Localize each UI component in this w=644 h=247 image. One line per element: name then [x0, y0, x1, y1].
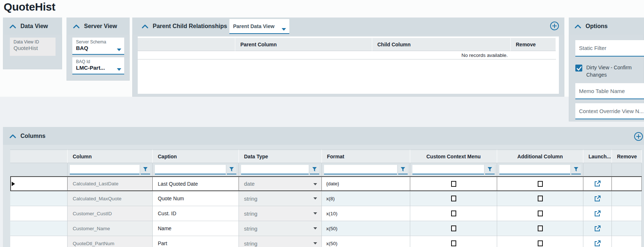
data-type-filter-input[interactable] — [241, 165, 309, 174]
format-cell[interactable]: x(8) — [322, 191, 410, 206]
caption-cell[interactable]: Quote Num — [153, 191, 239, 206]
collapse-chevron-icon[interactable] — [142, 24, 148, 29]
row-indicator-cell[interactable] — [10, 206, 68, 221]
table-row[interactable]: Calculated_LastDate Last Quoted Date dat… — [10, 176, 642, 191]
data-view-id-value: QuoteHist — [14, 45, 52, 52]
unchecked-checkbox-icon[interactable] — [451, 240, 456, 246]
column-cell[interactable]: QuoteDtl_PartNum — [68, 236, 153, 247]
static-filter-field — [575, 40, 644, 57]
unchecked-checkbox-icon[interactable] — [538, 240, 543, 246]
caption-cell[interactable]: Cust. ID — [153, 206, 239, 221]
unchecked-checkbox-icon[interactable] — [451, 196, 456, 201]
format-cell[interactable]: x(10) — [322, 206, 410, 221]
custom-context-menu-cell[interactable] — [410, 236, 497, 247]
add-relationship-button[interactable] — [550, 21, 559, 31]
context-override-input[interactable] — [575, 103, 644, 119]
grid-header-caption: Caption — [153, 150, 239, 163]
custom-context-menu-cell[interactable] — [410, 191, 497, 206]
data-type-select[interactable]: string — [239, 191, 322, 206]
column-filter-input[interactable] — [70, 165, 140, 174]
column-cell[interactable]: Calculated_LastDate — [68, 176, 153, 191]
dirty-view-option[interactable]: Dirty View - Confirm Changes — [575, 64, 641, 78]
launch-cell[interactable] — [583, 206, 612, 221]
format-cell[interactable]: x(50) — [322, 221, 410, 236]
unchecked-checkbox-icon[interactable] — [451, 225, 456, 231]
format-filter-input[interactable] — [324, 165, 397, 174]
add-column-button[interactable] — [634, 132, 643, 141]
column-cell[interactable]: Customer_CustID — [68, 206, 153, 221]
data-type-select[interactable]: string — [239, 236, 322, 247]
additional-column-filter-input[interactable] — [499, 165, 570, 174]
funnel-icon[interactable] — [141, 165, 150, 174]
row-indicator-cell[interactable] — [10, 221, 68, 236]
unchecked-checkbox-icon[interactable] — [538, 211, 543, 216]
launch-cell[interactable] — [583, 221, 612, 236]
funnel-icon[interactable] — [485, 165, 495, 174]
launch-cell[interactable] — [583, 176, 612, 191]
format-cell[interactable]: x(50) — [322, 236, 410, 247]
remove-cell[interactable] — [612, 176, 642, 191]
remove-cell[interactable] — [612, 221, 642, 236]
grid-header-custom-context-menu: Custom Context Menu — [410, 150, 497, 163]
open-in-new-icon — [594, 195, 601, 202]
additional-column-cell[interactable] — [497, 191, 583, 206]
data-type-select[interactable]: string — [239, 206, 322, 221]
collapse-chevron-icon[interactable] — [9, 24, 16, 29]
custom-context-menu-cell[interactable] — [410, 206, 497, 221]
additional-column-cell[interactable] — [497, 236, 583, 247]
funnel-icon[interactable] — [571, 165, 581, 174]
unchecked-checkbox-icon[interactable] — [538, 196, 543, 201]
options-panel: Options Dirty View - Confirm Changes — [569, 18, 644, 121]
row-indicator-cell[interactable] — [10, 191, 68, 206]
launch-cell[interactable] — [583, 236, 612, 247]
funnel-icon[interactable] — [310, 165, 319, 174]
remove-cell[interactable] — [612, 236, 642, 247]
filter-cell-data-type — [239, 163, 322, 176]
filter-cell-custom-context-menu — [410, 163, 497, 176]
custom-context-menu-cell[interactable] — [410, 221, 497, 236]
additional-column-cell[interactable] — [497, 221, 583, 236]
funnel-icon[interactable] — [227, 165, 236, 174]
data-type-select[interactable]: string — [239, 221, 322, 236]
column-cell[interactable]: Calculated_MaxQuote — [68, 191, 153, 206]
pcr-header-remove: Remove — [511, 38, 556, 51]
parent-data-view-select[interactable]: Parent Data View — [229, 19, 289, 34]
data-view-panel: Data View Data View ID QuoteHist — [3, 18, 62, 69]
unchecked-checkbox-icon[interactable] — [451, 211, 456, 216]
format-cell[interactable]: {date} — [322, 176, 410, 191]
unchecked-checkbox-icon[interactable] — [538, 225, 543, 231]
collapse-chevron-icon[interactable] — [9, 134, 16, 139]
checked-checkbox-icon[interactable] — [575, 65, 582, 72]
row-indicator-cell[interactable] — [10, 176, 68, 191]
row-indicator-cell[interactable] — [10, 236, 68, 247]
data-type-select[interactable]: date — [239, 176, 322, 191]
server-schema-select[interactable]: Server Schema BAQ — [72, 38, 124, 55]
unchecked-checkbox-icon[interactable] — [451, 181, 456, 187]
memo-table-input[interactable] — [575, 83, 644, 99]
remove-cell[interactable] — [612, 191, 642, 206]
collapse-chevron-icon[interactable] — [73, 24, 80, 29]
caption-filter-input[interactable] — [155, 165, 226, 174]
table-row[interactable]: Customer_CustID Cust. ID string x(10) — [10, 206, 642, 221]
table-row[interactable]: QuoteDtl_PartNum Part string x(50) — [10, 236, 642, 247]
custom-context-menu-filter-input[interactable] — [412, 165, 484, 174]
server-view-title: Server View — [84, 23, 117, 30]
columns-panel-header: Columns — [3, 127, 644, 145]
launch-cell[interactable] — [583, 191, 612, 206]
collapse-chevron-icon[interactable] — [575, 24, 581, 29]
custom-context-menu-cell[interactable] — [410, 176, 497, 191]
table-row[interactable]: Customer_Name Name string x(50) — [10, 221, 642, 236]
caption-cell[interactable]: Part — [153, 236, 239, 247]
table-row[interactable]: Calculated_MaxQuote Quote Num string x(8… — [10, 191, 642, 206]
baq-id-select[interactable]: BAQ Id LMC-Part... — [72, 57, 124, 74]
additional-column-cell[interactable] — [497, 206, 583, 221]
caret-down-icon — [117, 68, 121, 71]
column-cell[interactable]: Customer_Name — [68, 221, 153, 236]
caption-cell[interactable]: Last Quoted Date — [153, 176, 239, 191]
funnel-icon[interactable] — [398, 165, 408, 174]
remove-cell[interactable] — [612, 206, 642, 221]
additional-column-cell[interactable] — [497, 176, 583, 191]
static-filter-input[interactable] — [575, 40, 644, 56]
unchecked-checkbox-icon[interactable] — [538, 181, 543, 187]
caption-cell[interactable]: Name — [153, 221, 239, 236]
